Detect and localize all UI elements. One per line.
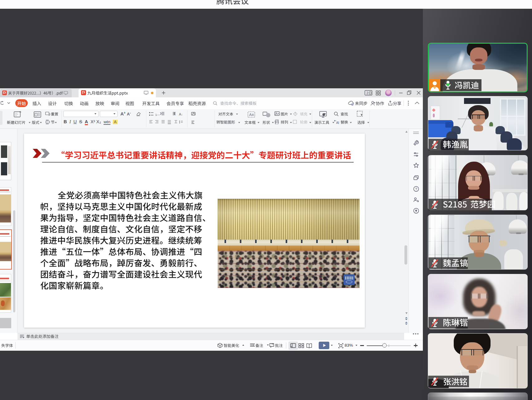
svg-text:2: 2 (366, 91, 368, 95)
svg-text:AB: AB (336, 121, 339, 124)
svg-text:A↓: A↓ (179, 113, 183, 116)
svg-text:?: ? (415, 187, 417, 191)
svg-text:1—: 1— (155, 113, 160, 116)
svg-text:A≡: A≡ (249, 113, 254, 117)
